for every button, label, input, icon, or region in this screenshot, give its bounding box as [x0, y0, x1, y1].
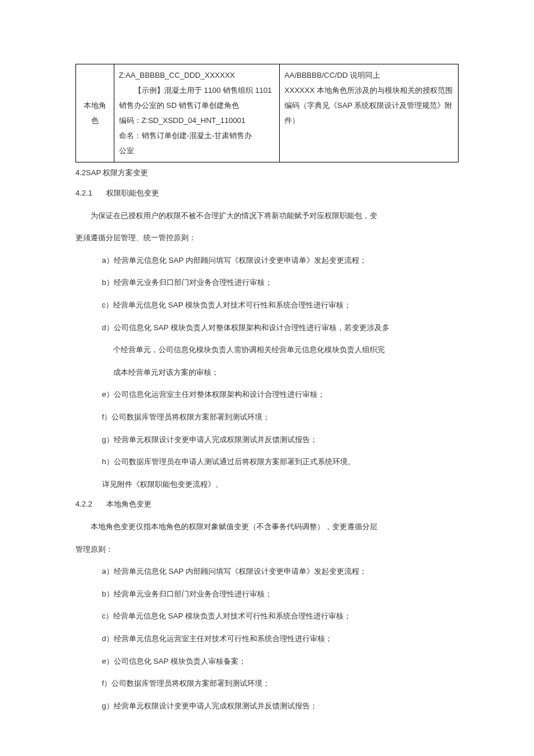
right-line: 编码（字典见《SAP 系统权限设计及管理规范》附件） [284, 98, 453, 128]
right-line: AA/BBBBB/CC/DD 说明同上 [284, 68, 453, 83]
list-item-cont: 个经营单元，公司信息化模块负责人需协调相关经营单元信息化模块负责人组织完 [75, 342, 459, 359]
list-item: g）经营单元权限设计变更申请人完成权限测试并反馈测试报告； [75, 432, 459, 448]
list-item: g）经营单元权限设计变更申请人完成权限测试并反馈测试报告； [75, 698, 459, 715]
mid-line: 销售办公室的 SD 销售订单创建角色 [119, 98, 275, 113]
paragraph: 更须遵循分层管理、统一管控原则： [75, 230, 459, 247]
list-item: c）经营单元信息化 SAP 模块负责人对技术可行性和系统合理性进行审核； [75, 608, 459, 625]
heading-4-2-2: 4.2.2本地角色变更 [75, 498, 459, 511]
list-item: f）公司数据库管理员将权限方案部署到测试环境； [75, 409, 459, 426]
mid-line: 【示例】混凝土用于 1100 销售组织 1101 [119, 83, 275, 98]
paragraph: 本地角色变更仅指本地角色的权限对象赋值变更（不含事务代码调整），变更遵循分层 [75, 519, 459, 536]
list-item: a）经营单元信息化 SAP 内部顾问填写《权限设计变更申请单》发起变更流程； [75, 563, 459, 580]
heading-4-2: 4.2SAP 权限方案变更 [75, 167, 459, 179]
mid-line: 编码：Z:SD_XSDD_04_HNT_110001 [119, 113, 275, 128]
list-item: d）经营单元信息化运营室主任对技术可行性和系统合理性进行审核； [75, 631, 459, 648]
heading-num: 4.2.2 [75, 498, 92, 511]
right-line: XXXXXX 本地角色所涉及的与模块相关的授权范围 [284, 83, 453, 98]
mid-line: 命名：销售订单创建-混凝土-甘肃销售办 [119, 128, 275, 143]
list-item: h）公司数据库管理员在申请人测试通过后将权限方案部署到正式系统环境。 [75, 454, 459, 471]
list-item: a）经营单元信息化 SAP 内部顾问填写《权限设计变更申请单》发起变更流程； [75, 252, 459, 269]
role-table: 本地角色 Z:AA_BBBBB_CC_DDD_XXXXXX 【示例】混凝土用于 … [75, 64, 459, 162]
table-mid-cell: Z:AA_BBBBB_CC_DDD_XXXXXX 【示例】混凝土用于 1100 … [114, 64, 279, 162]
heading-title: 本地角色变更 [106, 500, 151, 508]
list-item: e）公司信息化运营室主任对整体权限架构和设计合理性进行审核； [75, 386, 459, 403]
mid-line: 公室 [119, 143, 275, 158]
list-item: b）经营单元业务归口部门对业务合理性进行审核； [75, 274, 459, 291]
mid-line: Z:AA_BBBBB_CC_DDD_XXXXXX [119, 68, 275, 83]
heading-num: 4.2.1 [75, 187, 92, 200]
table-row-label: 本地角色 [76, 64, 114, 162]
paragraph: 管理原则： [75, 541, 459, 558]
paragraph: 详见附件《权限职能包变更流程》。 [75, 476, 459, 493]
list-item: d）公司信息化 SAP 模块负责人对整体权限架构和设计合理性进行审核，若变更涉及… [75, 320, 459, 337]
heading-title: 权限职能包变更 [106, 189, 159, 197]
list-item: b）经营单元业务归口部门对业务合理性进行审核； [75, 586, 459, 603]
list-item: e）公司信息化 SAP 模块负责人审核备案； [75, 653, 459, 670]
list-item-cont: 成本经营单元对该方案的审核； [75, 364, 459, 381]
table-right-cell: AA/BBBBB/CC/DD 说明同上 XXXXXX 本地角色所涉及的与模块相关… [280, 64, 459, 162]
list-item: f）公司数据库管理员将权限方案部署到测试环境； [75, 675, 459, 692]
paragraph: 为保证在已授权用户的权限不被不合理扩大的情况下将新功能赋予对应权限职能包，变 [75, 208, 459, 225]
list-item: c）经营单元信息化 SAP 模块负责人对技术可行性和系统合理性进行审核； [75, 297, 459, 314]
heading-4-2-1: 4.2.1权限职能包变更 [75, 187, 459, 200]
